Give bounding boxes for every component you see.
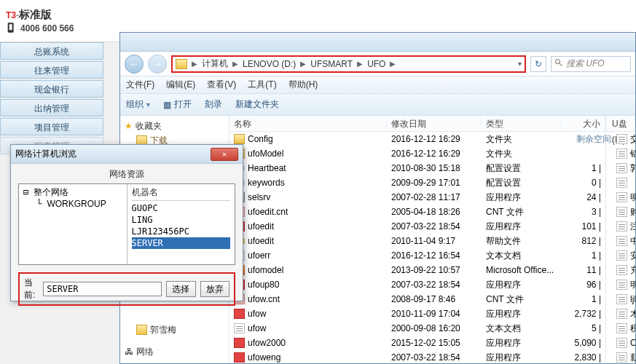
toolbar-burn[interactable]: 刻录 [205,98,222,111]
list-rows: Config2016-12-12 16:29文件夹交接清单ufoModel201… [229,132,635,363]
col-name[interactable]: 名称 [229,116,387,131]
explorer-titlebar[interactable] [120,33,635,52]
crumb-computer[interactable]: 计算机 [202,58,228,70]
tree-user[interactable]: 郭雪梅 [125,323,224,337]
table-row[interactable]: ufow20002015-12-02 15:05应用程序5,090 |Offic… [229,336,635,350]
table-row[interactable]: keywords2009-09-29 17:01配置设置0 | [229,175,635,190]
drive-item[interactable]: Office2 [612,336,631,350]
sidebar-item-cashier[interactable]: 出纳管理 [0,99,103,116]
dialog-col-machines[interactable]: 机器名 GUOPCLINGLJR123456PCSERVER [127,184,235,264]
menu-tools[interactable]: 工具(T) [248,79,276,91]
file-type: 帮助文件 [482,235,562,248]
file-date: 2010-08-30 15:18 [387,163,482,173]
drive-item[interactable]: 明新集团 [612,277,631,292]
file-date: 2007-03-22 18:54 [387,352,482,363]
tree-favorites[interactable]: ★收藏夹 [125,119,224,133]
file-name: selsrv [248,192,270,202]
drive-item[interactable]: 明新银座 [612,190,631,205]
file-list: 名称 修改日期 类型 大小 U盘(F:) 剩余空间: 4.4 Config201… [229,116,635,363]
tree-workgroup[interactable]: └ WORKGROUP [23,198,122,210]
refresh-button[interactable]: ↻ [530,56,546,72]
table-row[interactable]: selsrv2007-02-28 11:17应用程序24 |明新银座 [229,190,635,205]
dialog-bottom: 当前: 选择 放弃 [18,272,235,306]
table-row[interactable]: ufow2000-09-08 16:20文本文档5 |税局要求 [229,321,635,336]
drive-item[interactable]: ljM1005 [612,292,631,306]
drive-item[interactable]: 充证材料 [612,263,631,277]
machine-item[interactable]: LJR123456PC [132,226,231,237]
toolbar-open[interactable]: ▦ 打开 [163,98,192,111]
menu-help[interactable]: 帮助(H) [288,79,318,91]
file-size: 24 | [562,192,605,202]
col-type[interactable]: 类型 [482,116,562,131]
breadcrumb[interactable]: ▶ 计算机 ▶ LENOVO (D:) ▶ UFSMART ▶ UFO ▶ ▾ [171,55,526,73]
close-button[interactable]: × [211,148,238,161]
table-row[interactable]: ufomodel2013-09-22 10:57Microsoft Office… [229,263,635,277]
crumb-ufsmart[interactable]: UFSMART [310,59,353,69]
table-row[interactable]: ufoweng2007-03-22 18:54应用程序2,830 |薪酬备案 [229,350,635,363]
back-button[interactable]: ← [125,55,144,74]
col-size[interactable]: 大小 [562,116,605,131]
file-type: 应用程序 [482,221,562,233]
tree-network[interactable]: 🖧网络 [125,344,224,359]
sidebar-item-project[interactable]: 项目管理 [0,118,103,135]
sidebar-item-cash-bank[interactable]: 现金银行 [0,80,103,98]
table-row[interactable]: Heartbeat2010-08-30 15:18配置设置1 |郭珍玉身 [229,161,635,175]
col-date[interactable]: 修改日期 [387,116,482,131]
table-row[interactable]: ufow2010-11-09 17:04应用程序2,732 |木柄设备 [229,306,635,321]
file-size: 101 | [562,221,605,232]
machine-item[interactable]: GUOPC [132,202,231,214]
table-row[interactable]: ufoModel2016-12-12 16:29文件夹铝制品质 [229,146,635,161]
chevron-down-icon[interactable]: ▾ [518,60,522,68]
file-icon [616,265,627,275]
forward-button[interactable]: → [148,55,167,74]
menu-edit[interactable]: 编辑(E) [166,79,195,91]
file-name: keywords [248,178,285,188]
file-icon [616,280,627,290]
file-icon [234,309,245,319]
drive-item[interactable]: 木柄设备 [612,306,631,321]
file-icon [616,236,627,246]
cancel-button[interactable]: 放弃 [200,281,229,297]
menu-file[interactable]: 文件(F) [126,79,154,91]
select-button[interactable]: 选择 [166,281,195,297]
file-name: ufoerr [248,250,270,261]
drive-item[interactable]: 郭珍玉身 [612,161,631,175]
file-size: 3 | [562,207,605,217]
drive-item[interactable]: 购销合同 [612,205,631,219]
drive-item[interactable]: 铝制品质 [612,146,631,161]
machine-item[interactable]: LING [132,214,231,226]
crumb-ufo[interactable]: UFO [367,59,385,69]
file-name: ufomodel [248,265,283,275]
sidebar-item-ar-ap[interactable]: 往来管理 [0,61,103,79]
drive-item[interactable]: 薪酬备案 [612,350,631,363]
dialog-titlebar[interactable]: 网络计算机浏览 × [11,145,243,164]
drive-item[interactable]: 安卡.充 [612,248,631,263]
file-size: 1 | [562,163,605,173]
drive-item[interactable] [612,175,631,190]
table-row[interactable]: ufoerr2016-12-12 16:54文本文档1 |安卡.充 [229,248,635,263]
sidebar-item-general-ledger[interactable]: 总账系统 [0,42,103,60]
file-icon [616,323,627,333]
tree-whole-network[interactable]: ⊟ 整个网络 [23,186,122,198]
search-input[interactable]: 搜索 UFO [551,56,631,72]
file-icon [616,207,627,217]
table-row[interactable]: ufoedit.cnt2005-04-18 18:26CNT 文件3 |购销合同 [229,205,635,219]
drive-item[interactable]: 中国供销 [612,234,631,248]
table-row[interactable]: ufoedit2007-03-22 18:54应用程序101 |注塑车间 [229,219,635,234]
table-row[interactable]: ufow.cnt2008-09-17 8:46CNT 文件1 |ljM1005 [229,292,635,306]
file-type: 应用程序 [482,279,562,291]
table-row[interactable]: ufoup802007-03-22 18:54应用程序96 |明新集团 [229,277,635,292]
machine-item[interactable]: SERVER [132,237,231,249]
crumb-drive[interactable]: LENOVO (D:) [243,59,296,69]
col-drive[interactable]: U盘(F:) [605,116,635,131]
table-row[interactable]: ufoedit2010-11-04 9:17帮助文件812 |中国供销 [229,234,635,248]
drive-item[interactable]: 税局要求 [612,321,631,336]
toolbar-organize[interactable]: 组织 [126,98,150,111]
menu-view[interactable]: 查看(V) [207,79,236,91]
dialog-col-network[interactable]: ⊟ 整个网络 └ WORKGROUP [19,184,127,264]
drive-item[interactable]: 注塑车间 [612,219,631,234]
dialog-title: 网络计算机浏览 [15,148,76,160]
chevron-right-icon: ▶ [388,60,397,68]
current-input[interactable] [43,282,162,296]
toolbar-newfolder[interactable]: 新建文件夹 [235,98,279,111]
